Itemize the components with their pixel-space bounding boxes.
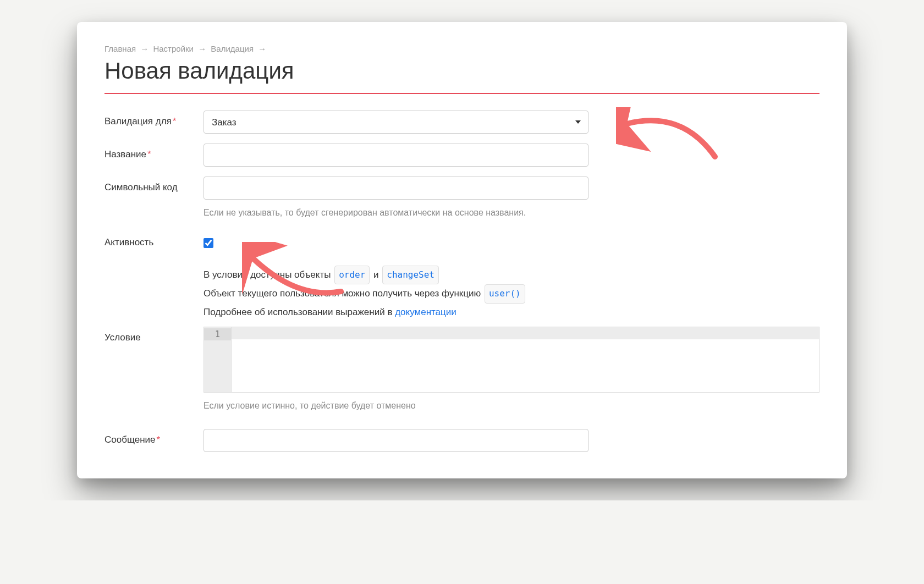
field-name bbox=[204, 144, 588, 167]
breadcrumb-sep-icon: → bbox=[258, 44, 266, 53]
breadcrumb-sep-icon: → bbox=[140, 44, 148, 53]
code-input[interactable] bbox=[204, 177, 588, 200]
label-validation-for: Валидация для* bbox=[105, 111, 204, 127]
validation-for-select[interactable]: Заказ bbox=[204, 111, 588, 134]
code-user-fn: user() bbox=[485, 284, 525, 303]
field-activity bbox=[204, 232, 588, 250]
breadcrumb: Главная → Настройки → Валидация → bbox=[105, 44, 820, 53]
row-message: Сообщение* bbox=[105, 429, 820, 452]
row-hints: В условии доступны объекты order и chang… bbox=[105, 266, 820, 321]
label-activity: Активность bbox=[105, 232, 204, 248]
row-activity: Активность bbox=[105, 232, 820, 250]
documentation-link[interactable]: документации bbox=[395, 307, 457, 317]
field-validation-for: Заказ bbox=[204, 111, 588, 134]
label-condition: Условие bbox=[105, 327, 204, 343]
field-code: Если не указывать, то будет сгенерирован… bbox=[204, 177, 588, 219]
label-message: Сообщение* bbox=[105, 429, 204, 445]
breadcrumb-validation[interactable]: Валидация bbox=[211, 44, 254, 53]
label-code: Символьный код bbox=[105, 177, 204, 193]
required-icon: * bbox=[147, 149, 151, 159]
required-icon: * bbox=[157, 434, 161, 445]
condition-helper-text: Если условие истинно, то действие будет … bbox=[204, 399, 820, 412]
row-condition: Условие 1 Если условие истинно, то дейст… bbox=[105, 327, 820, 412]
required-icon: * bbox=[173, 116, 177, 126]
breadcrumb-settings[interactable]: Настройки bbox=[153, 44, 194, 53]
form-window: Главная → Настройки → Валидация → Новая … bbox=[77, 22, 847, 478]
label-name: Название* bbox=[105, 144, 204, 160]
row-validation-for: Валидация для* Заказ bbox=[105, 111, 820, 134]
editor-gutter: 1 bbox=[204, 327, 232, 392]
row-name: Название* bbox=[105, 144, 820, 167]
message-input[interactable] bbox=[204, 429, 588, 452]
field-condition: 1 Если условие истинно, то действие буде… bbox=[204, 327, 820, 412]
code-changeset: changeSet bbox=[382, 266, 439, 284]
breadcrumb-sep-icon: → bbox=[198, 44, 206, 53]
row-code: Символьный код Если не указывать, то буд… bbox=[105, 177, 820, 219]
condition-textarea[interactable] bbox=[232, 339, 819, 392]
line-number: 1 bbox=[204, 328, 231, 340]
activity-checkbox[interactable] bbox=[204, 238, 213, 248]
condition-code-editor[interactable]: 1 bbox=[204, 327, 820, 393]
condition-hints: В условии доступны объекты order и chang… bbox=[204, 266, 820, 321]
breadcrumb-home[interactable]: Главная bbox=[105, 44, 136, 53]
code-helper-text: Если не указывать, то будет сгенерирован… bbox=[204, 206, 588, 219]
page-title: Новая валидация bbox=[105, 58, 820, 94]
code-order: order bbox=[334, 266, 370, 284]
editor-top-bar bbox=[232, 327, 819, 339]
field-message bbox=[204, 429, 588, 452]
name-input[interactable] bbox=[204, 144, 588, 167]
